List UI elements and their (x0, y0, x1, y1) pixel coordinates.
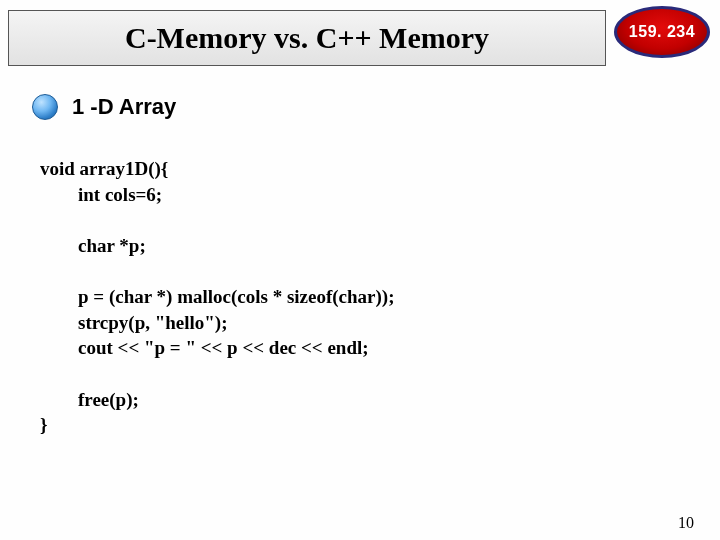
bullet-icon (32, 94, 58, 120)
code-line: } (40, 414, 48, 435)
code-line: int cols=6; (40, 184, 162, 205)
bullet-row: 1 -D Array (32, 94, 176, 120)
code-line: char *p; (40, 235, 146, 256)
title-bar: C-Memory vs. C++ Memory (8, 10, 606, 66)
code-line: p = (char *) malloc(cols * sizeof(char))… (40, 286, 395, 307)
code-line: cout << "p = " << p << dec << endl; (40, 337, 369, 358)
bullet-label: 1 -D Array (72, 94, 176, 120)
code-line: free(p); (40, 389, 139, 410)
slide: C-Memory vs. C++ Memory 159. 234 1 -D Ar… (0, 0, 720, 540)
slide-title: C-Memory vs. C++ Memory (125, 21, 489, 55)
page-number: 10 (678, 514, 694, 532)
course-badge: 159. 234 (614, 6, 710, 58)
code-line: void array1D(){ (40, 158, 168, 179)
code-block: void array1D(){ int cols=6; char *p; p =… (40, 156, 680, 438)
course-badge-text: 159. 234 (629, 23, 695, 41)
code-line: strcpy(p, "hello"); (40, 312, 228, 333)
